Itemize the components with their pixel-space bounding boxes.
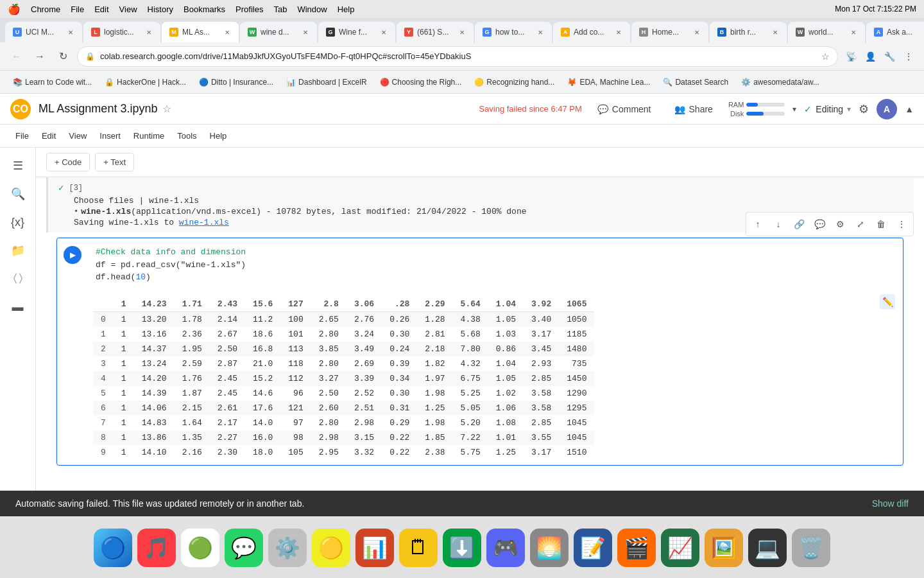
apple-menu-icon[interactable]: 🍎 [8, 3, 21, 15]
colab-menu-tools[interactable]: Tools [172, 128, 201, 143]
back-button[interactable]: ← [8, 48, 26, 66]
tab-ml-assignment[interactable]: M ML As... ✕ [162, 22, 239, 42]
tab-menu-item[interactable]: Tab [273, 4, 287, 14]
move-up-button[interactable]: ↑ [749, 215, 767, 233]
dock-whatsapp[interactable]: 💬 [225, 529, 263, 567]
tab-close-youtube[interactable]: ✕ [458, 28, 466, 37]
link-button[interactable]: 🔗 [790, 215, 808, 233]
expand-cell-button[interactable]: ⤢ [851, 215, 869, 233]
cell-code-content[interactable]: #Check data info and dimension df = pd.r… [88, 241, 903, 289]
tab-youtube[interactable]: Y (661) S... ✕ [397, 22, 474, 42]
colab-menu-view[interactable]: View [64, 128, 92, 143]
dock-discord[interactable]: 🎮 [486, 529, 525, 567]
history-menu-item[interactable]: History [148, 4, 173, 14]
show-diff-button[interactable]: Show diff [872, 498, 909, 509]
sidebar-search-icon[interactable]: 🔍 [5, 181, 31, 207]
dock-trash[interactable]: 🗑️ [792, 529, 830, 567]
tab-close-world[interactable]: ✕ [850, 28, 857, 37]
add-text-button[interactable]: + Text [95, 153, 134, 171]
sidebar-files-icon[interactable]: 📁 [5, 238, 31, 263]
sidebar-terminal-icon[interactable]: ▬ [5, 294, 31, 320]
bookmark-recognizing[interactable]: 🟡 Recognizing hand... [469, 75, 560, 89]
collapse-panel-icon[interactable]: ▲ [905, 104, 914, 114]
colab-menu-help[interactable]: Help [205, 128, 232, 143]
tab-close-uci[interactable]: ✕ [67, 28, 74, 37]
view-menu-item[interactable]: View [119, 4, 137, 14]
dock-excel[interactable]: 📈 [661, 529, 699, 567]
edit-menu-item[interactable]: Edit [94, 4, 108, 14]
tab-world[interactable]: W world... ✕ [788, 22, 865, 42]
comment-button[interactable]: 💬 Comment [590, 100, 659, 118]
add-code-button[interactable]: + Code [46, 153, 90, 171]
bookmark-awesomedata[interactable]: ⚙️ awesomedata/aw... [736, 75, 825, 89]
user-avatar[interactable]: A [877, 99, 897, 119]
settings-icon[interactable]: ⚙ [859, 102, 869, 116]
bookmark-dataset-search[interactable]: 🔍 Dataset Search [658, 75, 733, 89]
settings-cell-button[interactable]: ⚙ [831, 215, 849, 233]
tab-close-logistic[interactable]: ✕ [145, 28, 153, 37]
profiles-menu-item[interactable]: Profiles [235, 4, 263, 14]
help-menu-item[interactable]: Help [338, 4, 355, 14]
dock-notes[interactable]: 🗒 [399, 529, 438, 567]
sidebar-code-icon[interactable]: {x} [5, 209, 31, 235]
profile-icon[interactable]: 👤 [862, 49, 878, 64]
tab-close-home[interactable]: ✕ [693, 28, 701, 37]
sidebar-menu-icon[interactable]: ☰ [5, 153, 31, 179]
more-options-button[interactable]: ⋮ [893, 215, 911, 233]
bookmark-eda[interactable]: 🦊 EDA, Machine Lea... [562, 75, 655, 89]
cast-icon[interactable]: 📡 [843, 49, 859, 64]
dock-iterm[interactable]: 💻 [748, 529, 787, 567]
table-expand-button[interactable]: ✏️ [880, 294, 895, 310]
tab-birth[interactable]: B birth r... ✕ [710, 22, 787, 42]
tab-logistic[interactable]: L logistic... ✕ [83, 22, 160, 42]
dock-word[interactable]: 📝 [574, 529, 612, 567]
dock-torrent[interactable]: ⬇️ [443, 529, 481, 567]
menu-dots-icon[interactable]: ⋮ [901, 49, 916, 64]
tab-close-birth[interactable]: ✕ [771, 28, 779, 37]
bookmark-star-icon[interactable]: ☆ [821, 51, 830, 62]
tab-uci[interactable]: U UCI M... ✕ [5, 22, 82, 42]
editing-chevron-icon[interactable]: ▾ [847, 105, 851, 114]
expand-output-icon[interactable]: ✏️ [880, 294, 895, 310]
url-bar[interactable]: 🔒 colab.research.google.com/drive/11Mab9… [77, 46, 838, 67]
tab-addco[interactable]: A Add co... ✕ [553, 22, 630, 42]
tab-ask[interactable]: A Ask a... ✕ [866, 22, 924, 42]
extensions-icon[interactable]: 🔧 [882, 49, 897, 64]
tab-github-wine[interactable]: G Wine f... ✕ [318, 22, 395, 42]
dock-stickies[interactable]: 🟡 [312, 529, 350, 567]
delete-cell-button[interactable]: 🗑 [872, 215, 890, 233]
bookmark-learn-to-code[interactable]: 📚 Learn to Code wit... [8, 75, 97, 89]
forward-button[interactable]: → [31, 48, 49, 66]
colab-menu-insert[interactable]: Insert [94, 128, 126, 143]
move-down-button[interactable]: ↓ [769, 215, 787, 233]
tab-close-wine[interactable]: ✕ [302, 28, 309, 37]
dock-preview[interactable]: 🖼️ [705, 529, 743, 567]
wine-link[interactable]: wine-1.xls [179, 218, 229, 227]
tab-close-ml[interactable]: ✕ [223, 28, 231, 37]
code-cell[interactable]: ▶ #Check data info and dimension df = pd… [56, 238, 903, 466]
file-menu-item[interactable]: File [71, 4, 84, 14]
bookmark-choosing[interactable]: 🔴 Choosing the Righ... [375, 75, 467, 89]
run-cell-button[interactable]: ▶ [64, 246, 81, 264]
dock-powerpoint[interactable]: 📊 [355, 529, 394, 567]
window-menu-item[interactable]: Window [297, 4, 327, 14]
bookmark-dashboard[interactable]: 📊 Dashboard | ExcelR [281, 75, 372, 89]
dock-infuse[interactable]: 🎬 [617, 529, 656, 567]
bookmark-ditto[interactable]: 🔵 Ditto | Insurance... [194, 75, 278, 89]
bookmarks-menu-item[interactable]: Bookmarks [184, 4, 225, 14]
tab-close-addco[interactable]: ✕ [615, 28, 622, 37]
tab-close-howto[interactable]: ✕ [536, 28, 544, 37]
tab-home[interactable]: H Home... ✕ [631, 22, 708, 42]
tab-wine[interactable]: W wine d... ✕ [240, 22, 317, 42]
sidebar-code-snippets-icon[interactable]: 〈〉 [5, 266, 31, 292]
chrome-menu-item[interactable]: Chrome [31, 4, 60, 14]
colab-menu-runtime[interactable]: Runtime [128, 128, 169, 143]
colab-menu-edit[interactable]: Edit [37, 128, 61, 143]
dock-finder[interactable]: 🔵 [94, 529, 132, 567]
notebook-star-icon[interactable]: ☆ [162, 103, 171, 115]
tab-howto[interactable]: G how to... ✕ [475, 22, 552, 42]
colab-menu-file[interactable]: File [10, 128, 34, 143]
expand-resources-icon[interactable]: ▾ [792, 105, 796, 114]
refresh-button[interactable]: ↻ [54, 48, 72, 66]
dock-chrome[interactable]: 🟢 [181, 529, 219, 567]
